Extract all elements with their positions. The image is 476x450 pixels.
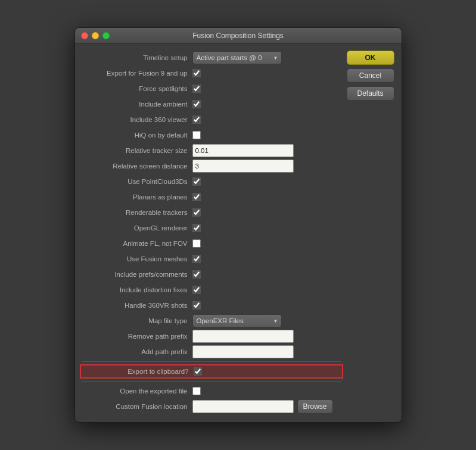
add-path-prefix-row: Add path prefix [82,345,341,359]
handle-360vr-checkbox[interactable] [192,301,201,310]
hiq-label: HiQ on by default [82,132,192,139]
screen-distance-input[interactable] [192,160,294,173]
custom-fusion-control: Browse [192,399,333,414]
export-fusion9-row: Export for Fusion 9 and up [82,66,341,80]
opengl-control [192,224,201,232]
include-360-checkbox[interactable] [192,115,201,124]
map-file-type-label: Map file type [82,317,192,324]
buttons-area: OK Cancel Defaults [347,51,394,415]
animate-fl-control [192,239,201,248]
force-spotlights-control [192,85,201,93]
divider-2 [82,381,341,382]
animate-fl-label: Animate FL, not FOV [82,240,192,247]
force-spotlights-row: Force spotlights [82,82,341,96]
open-exported-label: Open the exported file [82,388,192,395]
tracker-size-label: Relative tracker size [82,147,192,154]
remove-path-prefix-label: Remove path prefix [82,333,192,340]
fusion-meshes-control [192,255,201,263]
tracker-size-input[interactable] [192,144,294,157]
renderable-checkbox[interactable] [192,208,201,217]
content-area: Timeline setup Active part starts @ 0 Ac… [75,43,402,422]
prefs-comments-row: Include prefs/comments [82,267,341,282]
remove-path-prefix-input[interactable] [192,330,294,343]
planars-label: Planars as planes [82,193,192,201]
fusion-meshes-label: Use Fusion meshes [82,255,192,262]
ok-button[interactable]: OK [347,51,394,65]
fusion-meshes-checkbox[interactable] [192,255,201,263]
export-clipboard-checkbox[interactable] [194,367,202,376]
force-spotlights-checkbox[interactable] [192,85,201,93]
pointcloud-checkbox[interactable] [192,177,201,186]
include-ambient-label: Include ambient [82,101,192,108]
prefs-comments-label: Include prefs/comments [82,271,192,278]
custom-fusion-label: Custom Fusion location [82,403,192,410]
timeline-setup-dropdown[interactable]: Active part starts @ 0 Active part start… [192,51,282,64]
map-file-type-dropdown[interactable]: OpenEXR Files PNG Files TIFF Files [192,314,282,327]
add-path-prefix-input[interactable] [192,345,294,358]
force-spotlights-label: Force spotlights [82,85,192,92]
minimize-button[interactable] [92,32,99,39]
include-ambient-row: Include ambient [82,97,341,111]
open-exported-checkbox[interactable] [192,387,201,395]
hiq-checkbox[interactable] [192,131,201,139]
distortion-fixes-checkbox[interactable] [192,286,201,294]
include-360-row: Include 360 viewer [82,112,341,127]
prefs-comments-control [192,270,201,279]
remove-path-prefix-row: Remove path prefix [82,329,341,343]
custom-fusion-input[interactable] [192,400,294,413]
include-ambient-control [192,100,201,108]
export-clipboard-label: Export to clipboard? [83,368,194,375]
timeline-setup-row: Timeline setup Active part starts @ 0 Ac… [82,51,341,65]
pointcloud-row: Use PointCloud3Ds [82,174,341,189]
screen-distance-control [192,160,294,173]
main-window: Fusion Composition Settings Timeline set… [74,27,402,423]
add-path-prefix-control [192,345,294,358]
timeline-setup-dropdown-wrapper: Active part starts @ 0 Active part start… [192,51,282,64]
planars-row: Planars as planes [82,190,341,204]
form-area: Timeline setup Active part starts @ 0 Ac… [82,51,341,415]
defaults-button[interactable]: Defaults [347,86,394,101]
export-clipboard-control [194,367,202,376]
animate-fl-row: Animate FL, not FOV [82,236,341,251]
add-path-prefix-label: Add path prefix [82,348,192,355]
screen-distance-label: Relative screen distance [82,162,192,170]
tracker-size-row: Relative tracker size [82,143,341,158]
planars-control [192,193,201,201]
include-ambient-checkbox[interactable] [192,100,201,108]
hiq-row: HiQ on by default [82,128,341,142]
titlebar-buttons [81,32,110,39]
cancel-button[interactable]: Cancel [347,68,394,83]
opengl-label: OpenGL renderer [82,224,192,232]
planars-checkbox[interactable] [192,193,201,201]
browse-button[interactable]: Browse [297,399,333,414]
distortion-fixes-label: Include distortion fixes [82,286,192,293]
maximize-button[interactable] [102,32,110,39]
close-button[interactable] [81,32,88,39]
window-title: Fusion Composition Settings [192,32,284,40]
animate-fl-checkbox[interactable] [192,239,201,248]
distortion-fixes-control [192,286,201,294]
custom-fusion-row: Custom Fusion location Browse [82,399,341,414]
tracker-size-control [192,144,294,157]
renderable-control [192,208,201,217]
open-exported-row: Open the exported file [82,384,341,398]
opengl-row: OpenGL renderer [82,221,341,235]
include-360-label: Include 360 viewer [82,116,192,123]
titlebar: Fusion Composition Settings [75,28,402,43]
distortion-fixes-row: Include distortion fixes [82,283,341,297]
divider-1 [82,361,341,362]
pointcloud-control [192,177,201,186]
screen-distance-row: Relative screen distance [82,159,341,173]
handle-360vr-control [192,301,201,310]
export-fusion9-checkbox[interactable] [192,69,201,77]
opengl-checkbox[interactable] [192,224,201,232]
export-clipboard-row: Export to clipboard? [80,364,343,379]
export-fusion9-label: Export for Fusion 9 and up [82,70,192,77]
remove-path-prefix-control [192,330,294,343]
prefs-comments-checkbox[interactable] [192,270,201,279]
handle-360vr-row: Handle 360VR shots [82,298,341,312]
export-fusion9-control [192,69,201,77]
handle-360vr-label: Handle 360VR shots [82,302,192,309]
timeline-setup-label: Timeline setup [82,54,192,61]
renderable-label: Renderable trackers [82,209,192,216]
